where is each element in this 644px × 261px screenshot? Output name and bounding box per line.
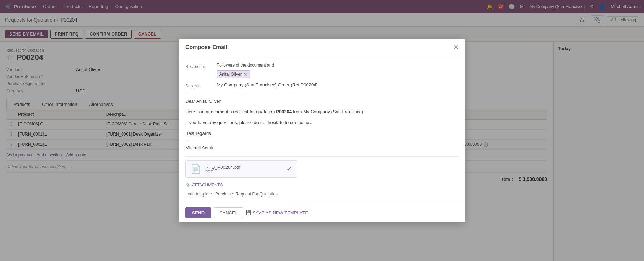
recipient-tag: Anital Oliver ✕ bbox=[217, 70, 250, 78]
attachment-name: RFQ_P00204.pdf bbox=[205, 164, 240, 170]
send-button[interactable]: SEND bbox=[185, 207, 211, 218]
modal-title: Compose Email bbox=[185, 44, 227, 51]
pdf-icon: 📄 bbox=[191, 164, 201, 174]
message-divider bbox=[185, 93, 459, 93]
recipient-remove-button[interactable]: ✕ bbox=[243, 71, 247, 77]
subject-value[interactable]: My Company (San Francisco) Order (Ref P0… bbox=[217, 82, 459, 87]
message-rfq-id: P00204 bbox=[276, 109, 292, 114]
recipients-label: Recipients bbox=[185, 63, 217, 69]
attachment-info: RFQ_P00204.pdf PDF bbox=[205, 164, 240, 174]
message-line2: If you have any questions, please do not… bbox=[185, 119, 459, 126]
attachment-type: PDF bbox=[205, 170, 240, 174]
recipients-prefix: Followers of the document and bbox=[217, 63, 459, 68]
attachment-divider bbox=[185, 156, 459, 157]
modal-header: Compose Email ✕ bbox=[179, 39, 465, 56]
load-template-value[interactable]: Purchase: Request For Quotation bbox=[215, 192, 278, 197]
load-template-row: Load template Purchase: Request For Quot… bbox=[185, 192, 459, 197]
recipients-row: Recipients Followers of the document and… bbox=[185, 63, 459, 78]
load-template-label: Load template bbox=[185, 192, 212, 197]
save-icon: 💾 bbox=[246, 210, 251, 215]
attachment-box: 📄 RFQ_P00204.pdf PDF ✔ bbox=[185, 160, 297, 178]
paperclip-icon: 📎 bbox=[185, 183, 191, 187]
message-dash: -- bbox=[185, 137, 459, 145]
save-as-new-template-button[interactable]: 💾 SAVE AS NEW TEMPLATE bbox=[246, 210, 308, 215]
subject-row: Subject My Company (San Francisco) Order… bbox=[185, 82, 459, 89]
message-signature: Mitchell Admin bbox=[185, 145, 459, 152]
modal-close-button[interactable]: ✕ bbox=[453, 44, 459, 51]
modal-footer: SEND CANCEL 💾 SAVE AS NEW TEMPLATE bbox=[179, 203, 465, 222]
message-regards: Best regards, bbox=[185, 130, 459, 137]
compose-email-modal: Compose Email ✕ Recipients Followers of … bbox=[179, 39, 465, 223]
recipients-value: Followers of the document and Anital Oli… bbox=[217, 63, 459, 78]
modal-body: Recipients Followers of the document and… bbox=[179, 56, 465, 203]
recipient-name: Anital Oliver bbox=[219, 72, 242, 77]
attachment-check-icon: ✔ bbox=[286, 165, 292, 173]
subject-label: Subject bbox=[185, 82, 217, 89]
message-greeting: Dear Anital Oliver bbox=[185, 98, 459, 105]
attachments-link[interactable]: 📎 ATTACHMENTS bbox=[185, 183, 459, 187]
modal-cancel-button[interactable]: CANCEL bbox=[214, 207, 243, 218]
modal-overlay[interactable]: Compose Email ✕ Recipients Followers of … bbox=[0, 0, 644, 261]
message-body[interactable]: Dear Anital Oliver Here is in attachment… bbox=[185, 97, 459, 153]
message-line1: Here is in attachment a request for quot… bbox=[185, 108, 459, 116]
